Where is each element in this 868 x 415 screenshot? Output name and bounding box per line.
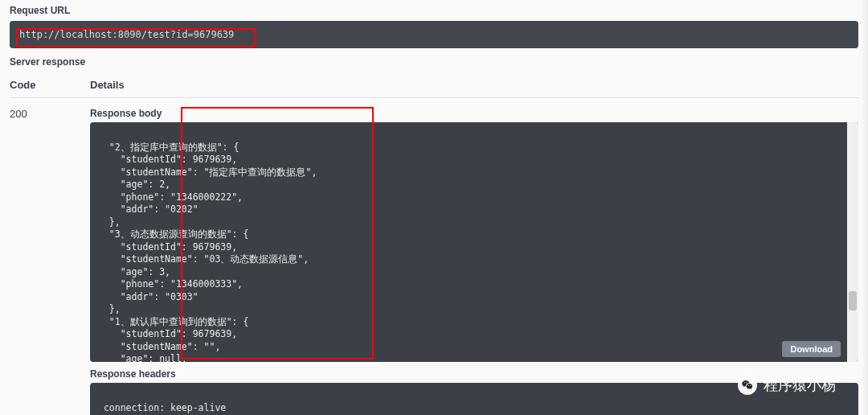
response-columns-header: Code Details xyxy=(10,72,858,98)
response-body-wrap: Response body "2、指定库中查询的数据": { "studentI… xyxy=(90,108,858,362)
response-row: 200 Response body "2、指定库中查询的数据": { "stud… xyxy=(10,106,858,415)
response-body-label: Response body xyxy=(90,108,858,119)
watermark: 程序猿小杨 xyxy=(738,376,836,395)
wechat-icon xyxy=(738,376,757,395)
response-details: Response body "2、指定库中查询的数据": { "studentI… xyxy=(90,106,858,415)
download-button[interactable]: Download xyxy=(782,341,841,357)
page-shadow xyxy=(862,0,868,415)
response-headers-text: connection: keep-alive content-type: app… xyxy=(98,402,850,415)
scrollbar-thumb[interactable] xyxy=(849,291,857,310)
request-url-box: http://localhost:8090/test?id=9679639 xyxy=(10,21,858,48)
scrollbar-track[interactable] xyxy=(847,122,858,362)
column-code: Code xyxy=(10,79,90,91)
server-response-label: Server response xyxy=(10,56,858,68)
response-code: 200 xyxy=(10,106,90,415)
column-details: Details xyxy=(90,79,858,91)
server-response-section: Server response Code Details 200 Respons… xyxy=(0,53,868,415)
request-url-section: Request URL http://localhost:8090/test?i… xyxy=(0,0,868,53)
watermark-text: 程序猿小杨 xyxy=(764,376,836,395)
request-url-label: Request URL xyxy=(10,5,858,16)
request-url-value: http://localhost:8090/test?id=9679639 xyxy=(19,29,234,40)
response-body-text: "2、指定库中查询的数据": { "studentId": 9679639, "… xyxy=(98,142,850,362)
response-body-block[interactable]: "2、指定库中查询的数据": { "studentId": 9679639, "… xyxy=(90,122,858,362)
